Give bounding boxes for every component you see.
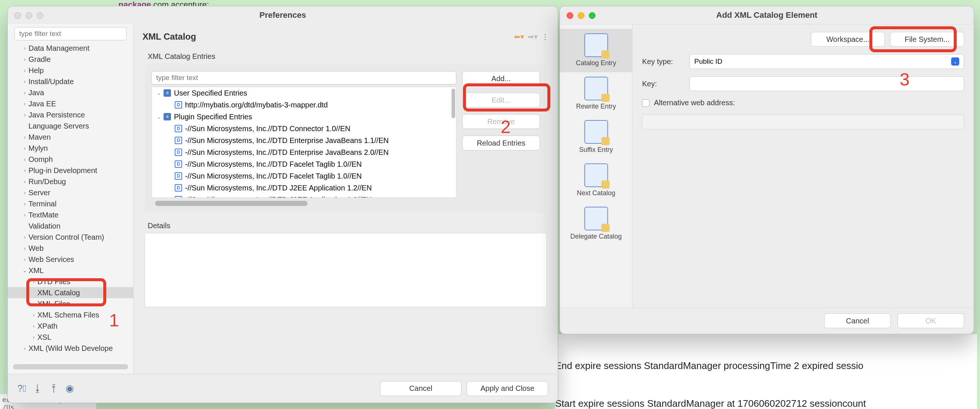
entries-vscroll[interactable] [452, 89, 455, 118]
tree-item[interactable]: ›Version Control (Team) [8, 232, 133, 243]
close-icon[interactable] [14, 12, 21, 19]
addwin-sidebar-item[interactable]: Rewrite Entry [560, 72, 632, 116]
keytype-select[interactable]: Public ID ⌄ [689, 54, 964, 69]
tree-item[interactable]: ›XML Files [8, 298, 133, 309]
entries-row[interactable]: D-//Sun Microsystems, Inc.//DTD Facelet … [152, 158, 456, 170]
entries-hscroll[interactable] [155, 201, 307, 206]
catalog-icon [584, 77, 608, 101]
addwin-titlebar: Add XML Catalog Element [560, 6, 974, 24]
addwin-title: Add XML Catalog Element [716, 10, 817, 20]
filesystem-button[interactable]: File System... [890, 32, 964, 47]
tree-item[interactable]: ›TextMate [8, 209, 133, 220]
add-button[interactable]: Add... [462, 71, 540, 86]
reload-entries-button[interactable]: Reload Entries [462, 136, 540, 150]
console-output: End expire sessions StandardManager proc… [555, 334, 977, 409]
key-input[interactable] [689, 76, 964, 91]
add-catalog-window: Add XML Catalog Element Catalog EntryRew… [560, 6, 974, 334]
entries-row[interactable]: D-//Sun Microsystems, Inc.//DTD Enterpri… [152, 134, 456, 146]
tree-item[interactable]: ›Mylyn [8, 143, 133, 154]
tree-item[interactable]: Language Servers [8, 120, 133, 131]
addwin-cancel-button[interactable]: Cancel [824, 313, 891, 328]
altweb-checkbox[interactable] [642, 99, 649, 107]
close-icon[interactable] [566, 12, 573, 19]
tree-item[interactable]: ›Java EE [8, 98, 133, 109]
altweb-input [642, 115, 964, 129]
tree-item[interactable]: ›Web Services [8, 254, 133, 265]
tree-item[interactable]: ›Java [8, 87, 133, 98]
import-icon[interactable]: ⭳ [33, 383, 43, 394]
entries-section-label: XML Catalog Entries [148, 52, 549, 61]
entries-row[interactable]: D-//Sun Microsystems, Inc.//DTD Connecto… [152, 123, 456, 134]
minimize-icon[interactable] [25, 12, 32, 19]
entries-tree[interactable]: ⌄≡User Specified EntriesDhttp://mybatis.… [151, 87, 456, 198]
addwin-sidebar-item[interactable]: Delegate Catalog [560, 202, 632, 246]
details-box [145, 233, 547, 307]
sidebar-hscroll[interactable] [13, 364, 128, 369]
addwin-sidebar-item[interactable]: Suffix Entry [560, 116, 632, 159]
sidebar-filter[interactable] [14, 27, 127, 40]
prefs-footer: ?⃝ ⭳ ⭱ ◉ Cancel Apply and Close [8, 374, 558, 403]
tree-item[interactable]: ›Gradle [8, 54, 133, 65]
tree-item[interactable]: ›XPath [8, 320, 133, 332]
edit-button: Edit... [462, 93, 540, 107]
tree-item[interactable]: ›Oomph [8, 154, 133, 165]
zoom-icon[interactable] [589, 12, 595, 19]
entries-row[interactable]: Dhttp://mybatis.org/dtd/mybatis-3-mapper… [152, 99, 456, 111]
tree-item[interactable]: ›Java Persistence [8, 109, 133, 120]
tree-item[interactable]: ›Help [8, 65, 133, 76]
addwin-sidebar[interactable]: Catalog EntryRewrite EntrySuffix EntryNe… [560, 24, 633, 307]
entries-panel: ⌄≡User Specified EntriesDhttp://mybatis.… [145, 64, 547, 212]
tree-item[interactable]: XML Catalog [8, 287, 133, 298]
help-icon[interactable]: ?⃝ [18, 383, 26, 394]
record-icon[interactable]: ◉ [65, 383, 74, 394]
tree-item[interactable]: ›Maven [8, 131, 133, 143]
altweb-row: Alternative web address: [642, 99, 964, 107]
entries-filter-input[interactable] [151, 71, 456, 85]
prefs-tree[interactable]: ›Data Management›Gradle›Help›Install/Upd… [8, 43, 133, 363]
sidebar-filter-input[interactable] [14, 27, 127, 40]
keytype-value: Public ID [694, 58, 722, 66]
tree-item[interactable]: ›Terminal [8, 198, 133, 209]
tree-item[interactable]: Validation [8, 220, 133, 232]
prefs-content: XML Catalog ⬅▾ ➡▾ ⋮ XML Catalog Entries … [134, 24, 558, 374]
keytype-label: Key type: [642, 58, 683, 66]
entries-row[interactable]: D-//Sun Microsystems, Inc.//DTD J2EE App… [152, 194, 456, 198]
entries-row[interactable]: ⌄≡User Specified Entries [152, 87, 456, 99]
tree-item[interactable]: ›Web [8, 243, 133, 254]
cancel-button[interactable]: Cancel [380, 381, 461, 396]
catalog-icon [584, 207, 608, 230]
tree-item[interactable]: ›Run/Debug [8, 176, 133, 187]
details-label: Details [148, 222, 549, 230]
catalog-icon [584, 163, 608, 187]
tree-item[interactable]: ›Data Management [8, 43, 133, 54]
entries-row[interactable]: D-//Sun Microsystems, Inc.//DTD Enterpri… [152, 146, 456, 158]
zoom-icon[interactable] [37, 12, 43, 19]
preferences-window: Preferences ›Data Management›Gradle›Help… [7, 6, 558, 403]
entries-row[interactable]: D-//Sun Microsystems, Inc.//DTD J2EE App… [152, 182, 456, 194]
window-controls[interactable] [14, 12, 43, 19]
addwin-sidebar-item[interactable]: Catalog Entry [560, 29, 632, 72]
entries-row[interactable]: D-//Sun Microsystems, Inc.//DTD Facelet … [152, 170, 456, 182]
tree-item[interactable]: ⌄XML [8, 265, 133, 276]
keytype-row: Key type: Public ID ⌄ [642, 54, 964, 69]
key-label: Key: [642, 80, 683, 88]
altweb-label: Alternative web address: [654, 99, 735, 107]
tree-item[interactable]: ›DTD Files [8, 276, 133, 287]
tree-item[interactable]: ›XML Schema Files [8, 309, 133, 320]
tree-item[interactable]: ›Plug-in Development [8, 165, 133, 176]
apply-close-button[interactable]: Apply and Close [467, 381, 548, 396]
entries-row[interactable]: ⌄≡Plugin Specified Entries [152, 111, 456, 123]
tree-item[interactable]: ›XML (Wild Web Develope [8, 343, 133, 354]
export-icon[interactable]: ⭱ [49, 383, 59, 394]
addwin-sidebar-item[interactable]: Next Catalog [560, 159, 632, 202]
addwin-ok-button: OK [897, 313, 964, 328]
back-icon[interactable]: ⬅▾ [514, 32, 524, 41]
addwin-window-controls[interactable] [566, 12, 595, 19]
tree-item[interactable]: ›XSL [8, 332, 133, 343]
workspace-button[interactable]: Workspace... [811, 32, 885, 47]
view-menu-icon[interactable]: ⋮ [541, 32, 549, 41]
tree-item[interactable]: ›Server [8, 187, 133, 198]
tree-item[interactable]: ›Install/Update [8, 76, 133, 87]
minimize-icon[interactable] [578, 12, 584, 19]
addwin-main: Workspace... File System... Key type: Pu… [633, 24, 974, 307]
